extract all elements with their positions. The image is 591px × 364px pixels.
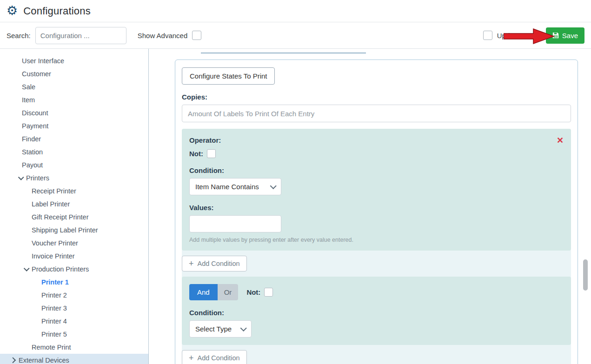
sidebar-item-label: Production Printers — [32, 265, 89, 273]
condition-card-2: And Or Not: Condition: Select Type — [182, 277, 571, 345]
tab-divider — [201, 53, 366, 53]
chevron-down-icon[interactable] — [18, 174, 24, 180]
search-input[interactable] — [35, 27, 126, 44]
gear-icon: ⚙ — [7, 5, 18, 17]
sidebar-item-gift-receipt-printer[interactable]: Gift Receipt Printer — [0, 211, 148, 224]
config-panel: Configure States To Print Copies: Operat… — [175, 60, 578, 364]
sidebar-item-production-printers[interactable]: Production Printers — [0, 263, 148, 276]
sidebar-item-label: Printer 4 — [41, 318, 67, 325]
sidebar-item-external-devices[interactable]: External Devices — [0, 354, 148, 364]
condition-label-1: Condition: — [189, 166, 564, 174]
sidebar-item-label: Payment — [22, 122, 48, 130]
sidebar-item-label: Printer 1 — [41, 278, 69, 286]
not-checkbox-2[interactable] — [264, 288, 273, 297]
show-advanced-label: Show Advanced — [138, 32, 188, 40]
close-icon[interactable]: ✕ — [557, 136, 564, 145]
sidebar-item-label: External Devices — [19, 357, 69, 364]
sidebar-item-remote-print[interactable]: Remote Print — [0, 341, 148, 354]
sidebar-item-printer-1[interactable]: Printer 1 — [0, 276, 148, 289]
sidebar-item-printer-4[interactable]: Printer 4 — [0, 315, 148, 328]
search-label: Search: — [7, 32, 31, 40]
sidebar-item-label: Label Printer — [32, 200, 70, 208]
update-for-all-label: Update For All — [497, 32, 541, 40]
show-advanced-checkbox[interactable] — [192, 31, 201, 40]
main-area: Configure States To Print Copies: Operat… — [149, 49, 591, 364]
condition-select-2[interactable]: Select Type — [189, 320, 252, 338]
add-condition-label-1: Add Condition — [198, 260, 240, 267]
add-condition-button-1[interactable]: + Add Condition — [182, 256, 247, 271]
page-title: Configurations — [23, 5, 91, 17]
save-button[interactable]: Save — [546, 27, 584, 44]
plus-icon: + — [189, 354, 194, 362]
sidebar-item-printer-3[interactable]: Printer 3 — [0, 302, 148, 315]
sidebar-item-printer-5[interactable]: Printer 5 — [0, 328, 148, 341]
copies-input[interactable] — [182, 105, 571, 122]
app-header: ⚙ Configurations — [0, 0, 591, 22]
content: User InterfaceCustomerSaleItemDiscountPa… — [0, 49, 591, 364]
condition-select-1[interactable]: Item Name Contains — [189, 178, 281, 195]
sidebar-item-label: Invoice Printer — [32, 252, 75, 260]
not-row-1: Not: — [189, 149, 564, 158]
add-condition-row-2: + Add Condition — [182, 345, 571, 364]
sidebar-item-printer-2[interactable]: Printer 2 — [0, 289, 148, 302]
sidebar-item-label: Printer 2 — [41, 291, 67, 299]
sidebar-item-label-printer[interactable]: Label Printer — [0, 198, 148, 211]
sidebar-item-label: Gift Receipt Printer — [32, 213, 89, 221]
sidebar-item-label: Finder — [22, 135, 41, 143]
sidebar-item-label: Station — [22, 148, 43, 156]
and-toggle[interactable]: And — [189, 284, 218, 300]
values-input[interactable] — [189, 215, 281, 232]
operator-label: Operator: — [189, 136, 221, 144]
sidebar-item-receipt-printer[interactable]: Receipt Printer — [0, 185, 148, 198]
or-toggle[interactable]: Or — [218, 284, 239, 300]
sidebar-item-voucher-printer[interactable]: Voucher Printer — [0, 237, 148, 250]
sidebar-item-label: Printer 5 — [41, 331, 67, 338]
condition-label-2: Condition: — [189, 309, 564, 317]
save-button-label: Save — [562, 32, 578, 40]
plus-icon: + — [189, 259, 194, 268]
sidebar-item-printers[interactable]: Printers — [0, 172, 148, 185]
add-condition-button-2[interactable]: + Add Condition — [182, 350, 247, 364]
sidebar-item-item[interactable]: Item — [0, 93, 148, 106]
chevron-right-icon[interactable] — [10, 357, 16, 363]
not-label-1: Not: — [189, 150, 203, 158]
add-condition-row-1: + Add Condition — [182, 251, 571, 277]
sidebar-item-discount[interactable]: Discount — [0, 106, 148, 119]
and-or-row: And Or Not: — [189, 284, 564, 300]
sidebar-item-label: Customer — [22, 70, 51, 78]
values-label: Values: — [189, 204, 564, 212]
and-or-toggle: And Or — [189, 284, 238, 300]
sidebar-item-label: Discount — [22, 109, 48, 117]
not-checkbox-1[interactable] — [207, 149, 216, 158]
sidebar-item-payment[interactable]: Payment — [0, 119, 148, 132]
sidebar-item-label: Receipt Printer — [32, 187, 76, 195]
condition-select-1-value: Item Name Contains — [195, 183, 259, 191]
sidebar-item-label: Voucher Printer — [32, 239, 78, 247]
sidebar-item-user-interface[interactable]: User Interface — [0, 54, 148, 67]
update-for-all-checkbox[interactable] — [483, 31, 492, 40]
sidebar-item-label: Item — [22, 96, 35, 104]
sidebar-item-label: Printers — [26, 174, 49, 182]
sidebar-item-finder[interactable]: Finder — [0, 132, 148, 146]
sidebar-item-shipping-label-printer[interactable]: Shipping Label Printer — [0, 224, 148, 237]
sidebar-item-station[interactable]: Station — [0, 146, 148, 159]
sidebar-item-invoice-printer[interactable]: Invoice Printer — [0, 250, 148, 263]
configure-states-button[interactable]: Configure States To Print — [182, 67, 275, 85]
add-condition-label-2: Add Condition — [198, 354, 240, 362]
sidebar-item-label: Printer 3 — [41, 304, 67, 312]
sidebar-item-label: Sale — [22, 83, 35, 91]
save-icon — [552, 32, 559, 39]
toolbar-right: Update For All Save — [483, 27, 584, 44]
sidebar-item-sale[interactable]: Sale — [0, 80, 148, 93]
sidebar-tree: User InterfaceCustomerSaleItemDiscountPa… — [0, 49, 149, 364]
toolbar: Search: Show Advanced Update For All Sav… — [0, 22, 591, 49]
sidebar-item-label: User Interface — [22, 57, 64, 65]
copies-label: Copies: — [182, 93, 571, 101]
sidebar-item-payout[interactable]: Payout — [0, 159, 148, 172]
chevron-down-icon[interactable] — [24, 265, 30, 271]
condition-card-1: Operator: ✕ Not: Condition: Item Name Co… — [182, 129, 571, 251]
values-hint: Add multiple values by pressing enter af… — [189, 237, 564, 243]
chevron-down-icon — [270, 182, 277, 189]
sidebar-item-customer[interactable]: Customer — [0, 67, 148, 80]
scrollbar-thumb[interactable] — [583, 259, 588, 291]
